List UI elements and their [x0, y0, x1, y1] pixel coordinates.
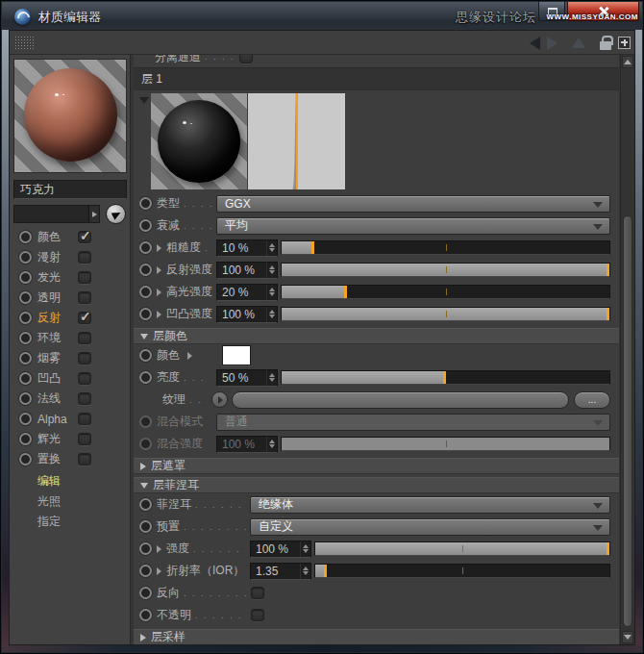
animation-dot-icon[interactable]	[19, 453, 32, 465]
texture-expand-button[interactable]	[211, 391, 228, 408]
animation-dot-icon[interactable]	[139, 520, 152, 533]
tab-assign[interactable]: 指定	[10, 512, 131, 532]
channel-row-normal[interactable]: 法线	[10, 389, 131, 409]
brightness-slider[interactable]	[281, 370, 610, 385]
expand-arrow-icon[interactable]	[157, 289, 161, 296]
fresnel-strength-spinner[interactable]: 100 %	[250, 541, 311, 558]
channel-row-displacement[interactable]: 置换	[10, 449, 131, 469]
texture-field[interactable]	[232, 391, 569, 409]
animation-dot-icon[interactable]	[19, 392, 32, 405]
animation-dot-icon[interactable]	[19, 352, 32, 365]
spinner-arrows-icon[interactable]	[300, 564, 310, 579]
channel-row-alpha[interactable]: Alpha	[10, 409, 131, 429]
expand-arrow-icon[interactable]	[157, 266, 161, 274]
animation-dot-icon[interactable]	[19, 413, 32, 425]
collapse-triangle-icon[interactable]	[139, 97, 149, 104]
animation-dot-icon[interactable]	[19, 271, 32, 284]
section-layer-sampling[interactable]: 层采样	[134, 629, 619, 644]
scroll-down-button[interactable]	[622, 631, 633, 643]
animation-dot-icon[interactable]	[139, 498, 152, 511]
separate-pass-checkbox[interactable]	[239, 55, 253, 63]
animation-dot-icon[interactable]	[139, 264, 152, 276]
channel-row-glow[interactable]: 辉光	[10, 429, 131, 449]
animation-dot-icon[interactable]	[139, 371, 152, 384]
add-icon[interactable]	[618, 37, 631, 49]
channel-checkbox[interactable]	[78, 312, 91, 324]
animation-dot-icon[interactable]	[139, 609, 152, 621]
preset-dropdown[interactable]: 自定义	[250, 518, 610, 536]
material-preview[interactable]	[13, 59, 127, 173]
animation-dot-icon[interactable]	[139, 219, 152, 232]
channel-checkbox[interactable]	[78, 271, 91, 284]
section-layer-fresnel[interactable]: 层菲涅耳	[134, 477, 619, 493]
ior-slider[interactable]	[314, 564, 610, 578]
animation-dot-icon[interactable]	[139, 308, 152, 320]
channel-row-color[interactable]: 颜色	[10, 227, 131, 247]
layer-header[interactable]: 层 1	[134, 67, 619, 90]
title-bar[interactable]: 材质编辑器 思缘设计论坛 WWW.MISSYUAN.COM	[2, 2, 642, 30]
forward-arrow-icon[interactable]	[547, 37, 557, 50]
channel-checkbox[interactable]	[78, 372, 91, 385]
channel-checkbox[interactable]	[78, 352, 91, 365]
spinner-arrows-icon[interactable]	[266, 240, 277, 256]
channel-checkbox[interactable]	[78, 332, 91, 344]
animation-dot-icon[interactable]	[19, 372, 32, 385]
spinner-arrows-icon[interactable]	[300, 541, 310, 557]
attenuation-dropdown[interactable]: 平均	[216, 217, 610, 235]
channel-checkbox[interactable]	[78, 413, 91, 425]
vertical-scrollbar[interactable]	[620, 55, 634, 644]
channel-row-reflectance[interactable]: 反射	[10, 308, 131, 328]
reflection-strength-spinner[interactable]: 100 %	[216, 262, 278, 279]
channel-checkbox[interactable]	[78, 231, 91, 243]
shader-dropdown[interactable]	[13, 205, 100, 223]
reflection-strength-slider[interactable]	[281, 263, 610, 277]
scrollbar-thumb[interactable]	[623, 215, 632, 627]
tab-illumination[interactable]: 光照	[10, 491, 131, 512]
channel-checkbox[interactable]	[78, 392, 91, 405]
animation-dot-icon[interactable]	[139, 542, 152, 555]
inverted-checkbox[interactable]	[251, 587, 264, 599]
animation-dot-icon[interactable]	[139, 197, 152, 210]
back-arrow-icon[interactable]	[530, 37, 540, 50]
expand-arrow-icon[interactable]	[157, 244, 161, 252]
fresnel-dropdown[interactable]: 绝缘体	[250, 496, 610, 514]
section-layer-mask[interactable]: 层遮罩	[134, 458, 619, 474]
animation-dot-icon[interactable]	[19, 231, 32, 243]
spinner-arrows-icon[interactable]	[266, 263, 277, 278]
animation-dot-icon[interactable]	[19, 251, 32, 264]
specular-strength-slider[interactable]	[281, 285, 610, 299]
lock-icon[interactable]	[600, 41, 611, 50]
channel-row-luminance[interactable]: 发光	[10, 267, 131, 288]
up-arrow-icon[interactable]	[572, 38, 585, 48]
tab-edit[interactable]: 编辑	[10, 471, 131, 491]
channel-checkbox[interactable]	[78, 251, 91, 264]
specular-strength-spinner[interactable]: 20 %	[216, 284, 278, 301]
animation-dot-icon[interactable]	[19, 433, 32, 445]
animation-dot-icon[interactable]	[139, 587, 152, 599]
channel-row-fog[interactable]: 烟雾	[10, 348, 131, 368]
type-dropdown[interactable]: GGX	[216, 195, 610, 213]
expand-arrow-icon[interactable]	[157, 311, 161, 318]
animation-dot-icon[interactable]	[19, 332, 32, 344]
color-swatch[interactable]	[222, 345, 251, 365]
spinner-arrows-icon[interactable]	[266, 285, 277, 300]
animation-dot-icon[interactable]	[139, 241, 152, 254]
expand-arrow-icon[interactable]	[157, 567, 161, 575]
section-layer-color[interactable]: 层颜色	[134, 328, 619, 344]
channel-checkbox[interactable]	[78, 291, 91, 304]
texture-browse-button[interactable]: ...	[574, 391, 610, 409]
channel-checkbox[interactable]	[78, 453, 91, 465]
roughness-spinner[interactable]: 10 %	[216, 239, 278, 257]
drag-handle[interactable]	[14, 36, 36, 50]
material-name-input[interactable]: 巧克力	[13, 180, 127, 199]
spinner-arrows-icon[interactable]	[266, 370, 277, 386]
animation-dot-icon[interactable]	[139, 565, 152, 577]
channel-row-environment[interactable]: 环境	[10, 328, 131, 348]
channel-checkbox[interactable]	[78, 433, 91, 445]
brightness-spinner[interactable]: 50 %	[216, 369, 278, 387]
bump-strength-slider[interactable]	[281, 307, 610, 321]
animation-dot-icon[interactable]	[139, 286, 152, 298]
fresnel-strength-slider[interactable]	[314, 541, 610, 556]
channel-row-bump[interactable]: 凹凸	[10, 368, 131, 389]
spinner-arrows-icon[interactable]	[266, 307, 277, 322]
